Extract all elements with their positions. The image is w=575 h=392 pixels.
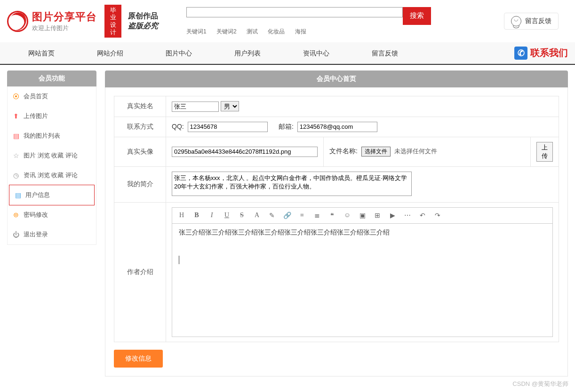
label-qq: QQ: (172, 123, 184, 130)
editor-content[interactable]: 张三介绍张三介绍张三介绍张三介绍张三介绍张三介绍张三介绍张三介绍 (172, 224, 552, 337)
nav-home[interactable]: 网站首页 (7, 42, 76, 64)
label-avatar: 真实头像 (114, 137, 166, 166)
user-icon: ▤ (14, 191, 22, 199)
highlight-icon[interactable]: ✎ (268, 212, 276, 220)
label-intro: 作者介绍 (114, 202, 166, 342)
sidebar-item-upload[interactable]: ⬆ 上传图片 (8, 106, 96, 126)
avatar-filename-input[interactable] (172, 147, 318, 157)
submit-button[interactable]: 修改信息 (114, 350, 163, 368)
label-bio: 我的简介 (114, 166, 166, 202)
font-color-icon[interactable]: A (253, 212, 261, 219)
star-icon: ☆ (12, 152, 20, 159)
nav-news[interactable]: 资讯中心 (282, 42, 351, 64)
contact-us[interactable]: ✆ 联系我们 (514, 47, 568, 60)
sidebar-item-picture-actions[interactable]: ☆ 图片 浏览 收藏 评论 (8, 146, 96, 165)
bold-icon[interactable]: B (193, 212, 200, 219)
gender-select[interactable]: 男 (221, 101, 239, 111)
label-name: 真实姓名 (114, 96, 166, 117)
no-file-text: 未选择任何文件 (394, 148, 437, 155)
logo-title: 图片分享平台 (32, 10, 97, 24)
name-input[interactable] (172, 102, 219, 112)
sidebar-item-news-actions[interactable]: ◷ 资讯 浏览 收藏 评论 (8, 165, 96, 185)
sidebar-title: 会员功能 (7, 71, 96, 86)
list-icon: ▤ (12, 132, 20, 140)
choose-file-button[interactable]: 选择文件 (361, 147, 391, 157)
clock-icon: ◷ (12, 172, 20, 179)
nav-about[interactable]: 网站介绍 (76, 42, 144, 64)
logo-icon (7, 11, 28, 32)
align-icon[interactable]: ≣ (313, 212, 321, 220)
search-button[interactable]: 搜索 (403, 7, 431, 25)
lock-icon: ⊜ (12, 211, 20, 219)
bio-textarea[interactable]: 张三，本名杨xxx，北京人 。起点中文网白金作者，中国作协成员。橙瓜见证·网络文… (172, 172, 412, 196)
quote-icon[interactable]: ❝ (328, 212, 336, 220)
search-keywords: 关键词1 关键词2 测试 化妆品 海报 (186, 28, 431, 36)
phone-icon: ✆ (514, 47, 527, 60)
nav-pictures[interactable]: 图片中心 (144, 42, 213, 64)
nav-users[interactable]: 用户列表 (213, 42, 282, 64)
more-icon[interactable]: ⋯ (404, 212, 411, 220)
image-icon[interactable]: ▣ (359, 212, 366, 220)
label-email: 邮箱: (279, 123, 294, 130)
logo-area: 图片分享平台 欢迎上传图片 毕业设计 原创作品 盗版必究 (7, 5, 158, 38)
italic-icon[interactable]: I (208, 212, 216, 219)
rich-text-editor: H B I U S A ✎ 🔗 ≡ ≣ ❝ ☺ (172, 207, 553, 337)
home-icon: ⦿ (12, 93, 20, 100)
keyword-link[interactable]: 关键词1 (186, 28, 207, 35)
link-icon[interactable]: 🔗 (283, 212, 291, 220)
list-ul-icon[interactable]: ≡ (298, 212, 306, 219)
sidebar-item-my-pictures[interactable]: ▤ 我的图片列表 (8, 126, 96, 146)
support-icon (511, 16, 521, 26)
label-filename: 文件名称: (329, 147, 358, 155)
badge: 毕业设计 (104, 5, 121, 38)
sidebar-item-password[interactable]: ⊜ 密码修改 (8, 205, 96, 225)
emoji-icon[interactable]: ☺ (343, 212, 351, 219)
sidebar-item-user-info[interactable]: ▤ 用户信息 (9, 185, 95, 205)
watermark: CSDN @黄菊华老师 (512, 380, 568, 382)
video-icon[interactable]: ▶ (389, 212, 396, 220)
upload-icon: ⬆ (12, 112, 20, 120)
sidebar-item-home[interactable]: ⦿ 会员首页 (8, 86, 96, 106)
nav-feedback[interactable]: 留言反馈 (351, 42, 419, 64)
underline-icon[interactable]: U (223, 212, 231, 219)
heading-icon[interactable]: H (178, 212, 185, 219)
label-contact: 联系方式 (114, 117, 166, 137)
sidebar-item-logout[interactable]: ⏻ 退出登录 (8, 225, 96, 244)
email-input[interactable] (297, 122, 377, 132)
keyword-link[interactable]: 化妆品 (268, 28, 285, 35)
undo-icon[interactable]: ↶ (419, 212, 426, 220)
keyword-link[interactable]: 测试 (247, 28, 258, 35)
search-input[interactable] (186, 7, 403, 17)
content-title: 会员中心首页 (105, 71, 568, 87)
table-icon[interactable]: ⊞ (374, 212, 381, 220)
logo-subtitle: 欢迎上传图片 (32, 24, 97, 32)
slogan: 原创作品 盗版必究 (128, 11, 158, 31)
keyword-link[interactable]: 关键词2 (216, 28, 237, 35)
upload-button[interactable]: 上 传 (536, 142, 553, 162)
qq-input[interactable] (188, 122, 268, 132)
exit-icon: ⏻ (12, 231, 20, 238)
redo-icon[interactable]: ↷ (434, 212, 441, 220)
strike-icon[interactable]: S (238, 212, 246, 219)
feedback-button[interactable]: 留言反馈 (504, 13, 559, 30)
keyword-link[interactable]: 海报 (295, 28, 306, 35)
editor-toolbar: H B I U S A ✎ 🔗 ≡ ≣ ❝ ☺ (172, 208, 552, 224)
